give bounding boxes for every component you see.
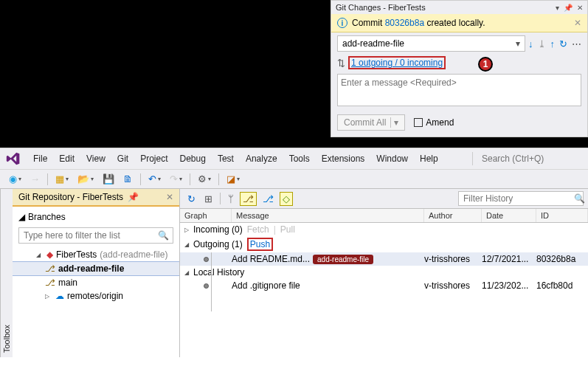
branch-graph-button[interactable]: ᛘ (225, 192, 237, 206)
history-toolbar: ↻ ⊞ ᛘ ⎇ ⎇ ◇ 🔍 ▾ (180, 189, 588, 209)
commit-date: 11/23/202... (482, 280, 536, 291)
close-icon[interactable]: ✕ (166, 192, 173, 202)
cloud-icon: ☁ (55, 291, 64, 301)
collapse-icon[interactable]: ◢ (184, 241, 189, 248)
history-pane: ↻ ⊞ ᛘ ⎇ ⎇ ◇ 🔍 ▾ Graph Message Author Dat… (180, 189, 588, 357)
saveall-button[interactable]: 🗎 (120, 172, 136, 186)
git-changes-button[interactable]: ◪ (224, 172, 243, 186)
amend-checkbox-row[interactable]: Amend (414, 117, 454, 128)
menu-test[interactable]: Test (212, 152, 239, 165)
history-filter-box: 🔍 ▾ (458, 191, 584, 206)
branch-dropdown[interactable]: add-readme-file ▾ (337, 35, 525, 52)
commit-date: 12/7/2021... (482, 254, 536, 264)
refresh-button[interactable]: ↻ (184, 192, 198, 206)
commit-row-0[interactable]: Add README.md... add-readme-file v-triss… (180, 252, 588, 266)
menu-project[interactable]: Project (135, 152, 173, 165)
filter-local-button[interactable]: ⎇ (240, 192, 257, 206)
fetch-icon[interactable]: ↓ (528, 38, 533, 49)
header-date[interactable]: Date (482, 209, 536, 222)
branch-filter-input[interactable] (18, 227, 173, 244)
header-message[interactable]: Message (232, 209, 424, 222)
commit-author: v-trisshores (424, 254, 482, 264)
menu-bar: File Edit View Git Project Debug Test An… (0, 148, 588, 169)
menu-extensions[interactable]: Extensions (317, 152, 370, 165)
commit-message-box (337, 74, 581, 108)
panel-titlebar: Git Changes - FiberTests ▾ 📌 ✕ (331, 1, 587, 14)
more-icon[interactable]: ⋯ (572, 38, 581, 49)
commit-link[interactable]: 80326b8a (385, 18, 424, 28)
amend-checkbox[interactable] (414, 118, 423, 127)
commit-message-input[interactable] (337, 74, 581, 106)
config-button[interactable]: ⚙ (195, 172, 214, 186)
search-input[interactable] (479, 152, 582, 165)
commit-message: Add README.md... (232, 254, 310, 264)
pin-icon[interactable]: 📌 (564, 4, 573, 12)
incoming-section[interactable]: ▷ Incoming (0) Fetch | Pull (180, 223, 588, 236)
menu-help[interactable]: Help (415, 152, 443, 165)
local-history-section[interactable]: ◢ Local History (180, 266, 588, 279)
commit-all-button[interactable]: Commit All ▾ (337, 114, 405, 131)
fetch-link[interactable]: Fetch (247, 224, 269, 235)
outgoing-section[interactable]: ◢ Outgoing (1) Push (180, 236, 588, 252)
info-close-icon[interactable]: ✕ (574, 18, 581, 28)
filter-tags-button[interactable]: ◇ (280, 192, 293, 206)
info-prefix: Commit (352, 18, 385, 28)
chevron-down-icon: ▾ (516, 38, 520, 49)
expand-icon[interactable]: ▷ (184, 227, 189, 233)
branches-header[interactable]: ◢ Branches (13, 210, 179, 224)
pull-icon[interactable]: ⤓ (538, 38, 546, 49)
toolbox-tab[interactable]: Toolbox (0, 189, 13, 357)
toolbar-separator (190, 173, 190, 185)
undo-button[interactable]: ↶ (145, 172, 164, 186)
menu-window[interactable]: Window (371, 152, 413, 165)
dropdown-icon[interactable]: ▾ (556, 4, 559, 12)
filter-remote-button[interactable]: ⎇ (260, 192, 277, 206)
menu-edit[interactable]: Edit (54, 152, 80, 165)
pull-link[interactable]: Pull (280, 224, 295, 235)
menu-tools[interactable]: Tools (284, 152, 315, 165)
menu-file[interactable]: File (28, 152, 52, 165)
new-button[interactable]: ▦ (52, 172, 72, 186)
nav-back-button[interactable]: ◉ (6, 172, 24, 186)
header-graph[interactable]: Graph (180, 209, 232, 222)
search-icon[interactable]: 🔍 (574, 193, 585, 204)
branch-label: main (58, 278, 77, 288)
save-button[interactable]: 💾 (100, 172, 117, 186)
repo-node[interactable]: ◢ ◆ FiberTests (add-readme-file) (13, 248, 179, 261)
commit-id: 80326b8a (536, 254, 588, 264)
branch-main[interactable]: ⎇ main (13, 276, 179, 289)
menu-analyze[interactable]: Analyze (241, 152, 283, 165)
sync-icon[interactable]: ↻ (559, 38, 567, 49)
repo-document-tab[interactable]: Git Repository - FiberTests 📌 ✕ (13, 189, 179, 207)
main-toolbar: ◉ → ▦ 📂 💾 🗎 ↶ ↷ ⚙ ◪ (0, 169, 588, 189)
collapse-icon[interactable]: ◢ (18, 212, 25, 222)
menu-view[interactable]: View (81, 152, 111, 165)
menu-debug[interactable]: Debug (175, 152, 211, 165)
outgoing-incoming-link[interactable]: 1 outgoing / 0 incoming (348, 56, 446, 69)
repo-tab-label: Git Repository - FiberTests (18, 192, 123, 202)
commit-row-1[interactable]: Add .gitignore file v-trisshores 11/23/2… (180, 279, 588, 292)
branch-add-readme-file[interactable]: ⎇ add-readme-file (13, 261, 179, 276)
graph-dot-icon (204, 283, 209, 289)
open-button[interactable]: 📂 (75, 172, 97, 186)
collapse-icon[interactable]: ◢ (36, 252, 44, 258)
expand-icon[interactable]: ▷ (45, 293, 52, 300)
close-icon[interactable]: ✕ (577, 4, 583, 12)
menu-git[interactable]: Git (112, 152, 134, 165)
graph-toggle-button[interactable]: ⊞ (201, 192, 215, 206)
git-changes-panel: Git Changes - FiberTests ▾ 📌 ✕ i Commit … (331, 0, 588, 137)
collapse-icon[interactable]: ◢ (184, 269, 189, 276)
history-filter-input[interactable] (463, 193, 574, 204)
redo-button[interactable]: ↷ (167, 172, 185, 186)
header-author[interactable]: Author (424, 209, 482, 222)
search-icon[interactable]: 🔍 (158, 230, 169, 241)
info-bar: i Commit 80326b8a created locally. ✕ (331, 14, 587, 32)
nav-fwd-button[interactable]: → (27, 172, 43, 186)
pin-icon[interactable]: 📌 (128, 192, 139, 202)
commit-split-icon[interactable]: ▾ (390, 117, 398, 128)
remotes-node[interactable]: ▷ ☁ remotes/origin (13, 289, 179, 303)
header-id[interactable]: ID (536, 209, 588, 222)
push-link[interactable]: Push (247, 238, 273, 251)
push-icon[interactable]: ↑ (550, 38, 556, 49)
toolbar-separator (140, 173, 141, 185)
